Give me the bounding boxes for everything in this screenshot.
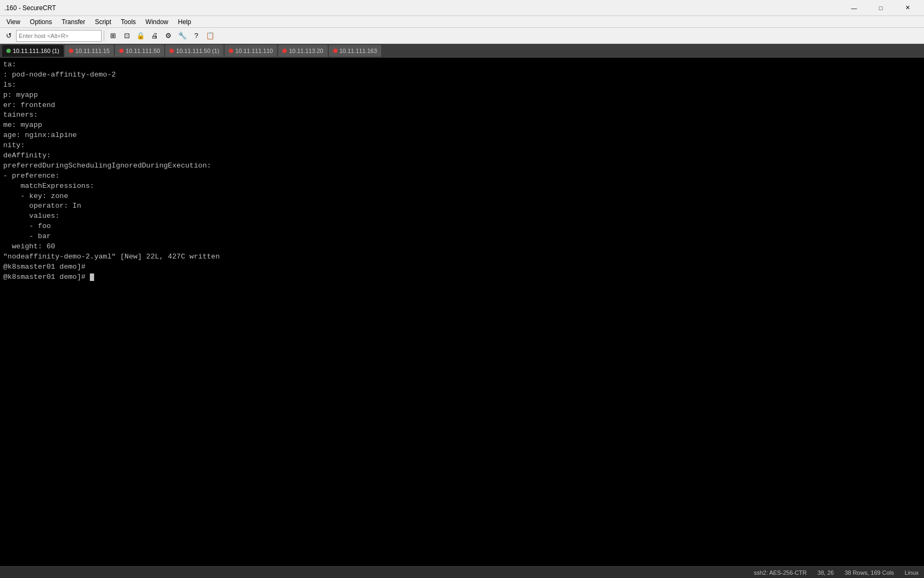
window-title: .160 - SecureCRT xyxy=(4,4,842,12)
terminal[interactable]: ta:: pod-node-affinity-demo-2ls:p: myapp… xyxy=(0,58,924,566)
maximize-button[interactable]: □ xyxy=(868,3,893,13)
tab-label: 10.11.111.163 xyxy=(340,48,377,54)
terminal-line: ls: xyxy=(3,80,921,90)
toolbar-separator xyxy=(104,31,104,41)
tab-label: 10.11.111.110 xyxy=(235,48,273,54)
terminal-line: matchExpressions: xyxy=(3,181,921,192)
tab-status-dot xyxy=(170,49,174,53)
clipboard-button[interactable]: 📋 xyxy=(204,29,217,42)
host-input[interactable] xyxy=(16,30,102,42)
window-controls: — □ ✕ xyxy=(842,3,920,13)
menu-item-script[interactable]: Script xyxy=(90,16,116,27)
terminal-line: - foo xyxy=(3,222,921,232)
terminal-line: me: myapp xyxy=(3,120,921,131)
os-status: Linux xyxy=(905,569,919,576)
terminal-line: : pod-node-affinity-demo-2 xyxy=(3,70,921,80)
tab-label: 10.11.111.50 xyxy=(126,48,160,54)
encryption-status: ssh2: AES-256-CTR xyxy=(754,569,807,576)
terminal-line: tainers: xyxy=(3,110,921,120)
tab-tab7[interactable]: 10.11.111.163 xyxy=(329,45,381,57)
terminal-line: er: frontend xyxy=(3,101,921,111)
terminal-line: age: nginx:alpine xyxy=(3,131,921,141)
menu-item-options[interactable]: Options xyxy=(26,16,56,27)
tools-button[interactable]: 🔧 xyxy=(176,29,189,42)
tab-status-dot xyxy=(119,49,124,53)
menu-bar: ViewOptionsTransferScriptToolsWindowHelp xyxy=(0,16,924,28)
menu-item-view[interactable]: View xyxy=(2,16,25,27)
tab-tab4[interactable]: 10.11.111.50 (1) xyxy=(165,45,224,57)
title-bar: .160 - SecureCRT — □ ✕ xyxy=(0,0,924,16)
tab-tab6[interactable]: 10.11.113.20 xyxy=(278,45,327,57)
lock-button[interactable]: 🔒 xyxy=(134,29,147,42)
tab-status-dot xyxy=(6,49,11,53)
terminal-line: - bar xyxy=(3,232,921,242)
toolbar: ↺ ⊞ ⊡ 🔒 🖨 ⚙ 🔧 ? 📋 xyxy=(0,28,924,44)
terminal-line: weight: 60 xyxy=(3,242,921,252)
tab-tab5[interactable]: 10.11.111.110 xyxy=(225,45,277,57)
terminal-line: @k8smaster01 demo]# xyxy=(3,262,921,272)
terminal-line: - key: zone xyxy=(3,192,921,202)
tab-status-dot xyxy=(69,49,73,53)
menu-item-transfer[interactable]: Transfer xyxy=(57,16,89,27)
dimensions-status: 38 Rows, 169 Cols xyxy=(844,569,894,576)
terminal-line: operator: In xyxy=(3,201,921,211)
clone-button[interactable]: ⊡ xyxy=(120,29,133,42)
new-tab-button[interactable]: ⊞ xyxy=(106,29,119,42)
terminal-line: deAffinity: xyxy=(3,151,921,161)
menu-item-window[interactable]: Window xyxy=(141,16,173,27)
menu-item-help[interactable]: Help xyxy=(174,16,196,27)
print-button[interactable]: 🖨 xyxy=(148,29,161,42)
reconnect-button[interactable]: ↺ xyxy=(2,29,15,42)
terminal-line: preferredDuringSchedulingIgnoredDuringEx… xyxy=(3,161,921,171)
tab-status-dot xyxy=(229,49,233,53)
tab-label: 10.11.111.50 (1) xyxy=(176,48,219,54)
tab-tab3[interactable]: 10.11.111.50 xyxy=(115,45,164,57)
help-button[interactable]: ? xyxy=(190,29,203,42)
status-bar: ssh2: AES-256-CTR 38, 26 38 Rows, 169 Co… xyxy=(0,566,924,578)
tab-label: 10.11.111.160 (1) xyxy=(13,48,59,54)
terminal-cursor xyxy=(90,273,94,281)
cursor-position: 38, 26 xyxy=(818,569,834,576)
settings-button[interactable]: ⚙ xyxy=(162,29,175,42)
terminal-line: nity: xyxy=(3,141,921,151)
tab-bar: 10.11.111.160 (1)10.11.111.1510.11.111.5… xyxy=(0,44,924,58)
tab-tab2[interactable]: 10.11.111.15 xyxy=(65,45,114,57)
tab-label: 10.11.113.20 xyxy=(289,48,323,54)
tab-tab1[interactable]: 10.11.111.160 (1) xyxy=(2,45,64,57)
terminal-line: ta: xyxy=(3,60,921,70)
menu-item-tools[interactable]: Tools xyxy=(117,16,140,27)
close-button[interactable]: ✕ xyxy=(895,3,920,13)
tab-label: 10.11.111.15 xyxy=(75,48,110,54)
terminal-line: @k8smaster01 demo]# xyxy=(3,272,921,283)
terminal-line: - preference: xyxy=(3,171,921,181)
terminal-line: values: xyxy=(3,211,921,222)
terminal-line: p: myapp xyxy=(3,90,921,101)
minimize-button[interactable]: — xyxy=(842,3,866,13)
tab-status-dot xyxy=(282,49,287,53)
tab-status-dot xyxy=(333,49,337,53)
terminal-line: "nodeaffinity-demo-2.yaml" [New] 22L, 42… xyxy=(3,252,921,262)
